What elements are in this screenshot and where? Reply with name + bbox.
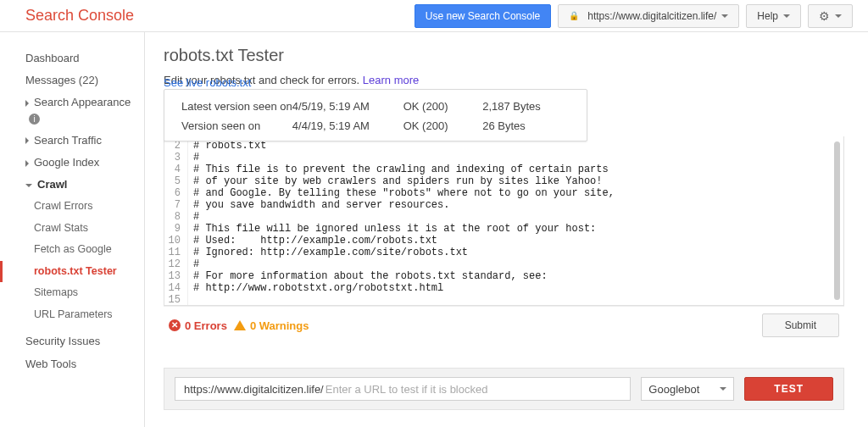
code-line[interactable]: 13# For more information about the robot… bbox=[164, 270, 843, 282]
test-button[interactable]: TEST bbox=[744, 377, 833, 401]
sidebar-item-web-tools[interactable]: Web Tools bbox=[0, 353, 144, 375]
line-text bbox=[188, 294, 193, 306]
line-number: 14 bbox=[164, 282, 188, 294]
sidebar-item-sitemaps[interactable]: Sitemaps bbox=[0, 282, 144, 304]
site-dropdown-label: https://www.digitalcitizen.life/ bbox=[587, 10, 716, 22]
sidebar-item-crawl-errors[interactable]: Crawl Errors bbox=[0, 196, 144, 218]
code-line[interactable]: 7# you save bandwidth and server resourc… bbox=[164, 199, 843, 211]
line-text: # This file is to prevent the crawling a… bbox=[188, 164, 609, 175]
gear-icon: ⚙ bbox=[819, 9, 830, 23]
sidebar-item-search-traffic[interactable]: Search Traffic bbox=[0, 130, 144, 152]
sidebar-item-robots-tester[interactable]: robots.txt Tester bbox=[0, 261, 144, 283]
version-label: Latest version seen on bbox=[181, 100, 292, 113]
bot-select[interactable]: Googlebot bbox=[641, 377, 734, 401]
line-text: # bbox=[188, 258, 199, 270]
line-number: 11 bbox=[164, 247, 188, 258]
line-text: # This file will be ignored unless it is… bbox=[188, 223, 596, 235]
caret-right-icon bbox=[25, 160, 29, 167]
sidebar-item-fetch-as-google[interactable]: Fetch as Google bbox=[0, 239, 144, 261]
line-text: # bbox=[188, 211, 199, 223]
sidebar: Dashboard Messages (22) Search Appearanc… bbox=[0, 32, 144, 427]
line-number: 15 bbox=[164, 294, 188, 306]
caret-right-icon bbox=[25, 137, 29, 144]
version-size: 2,187 Bytes bbox=[482, 100, 570, 113]
caret-right-icon bbox=[25, 100, 29, 107]
scrollbar-thumb[interactable] bbox=[834, 141, 840, 300]
sidebar-item-security-issues[interactable]: Security Issues bbox=[0, 330, 144, 352]
line-number: 7 bbox=[164, 199, 188, 211]
warning-icon bbox=[234, 320, 246, 330]
version-timestamp: 4/4/19, 5:19 AM bbox=[292, 119, 403, 132]
code-line[interactable]: 3# bbox=[164, 152, 843, 164]
sidebar-item-crawl-stats[interactable]: Crawl Stats bbox=[0, 218, 144, 240]
line-text: # Used: http://example.com/robots.txt bbox=[188, 235, 437, 247]
line-text: # Ignored: http://example.com/site/robot… bbox=[188, 247, 468, 258]
line-number: 12 bbox=[164, 258, 188, 270]
line-number: 2 bbox=[164, 140, 188, 152]
line-number: 3 bbox=[164, 152, 188, 164]
chevron-down-icon bbox=[835, 14, 842, 18]
sidebar-item-search-appearance[interactable]: Search Appearance i bbox=[0, 92, 144, 129]
version-status: OK (200) bbox=[403, 100, 482, 113]
code-line[interactable]: 11# Ignored: http://example.com/site/rob… bbox=[164, 247, 843, 258]
line-number: 13 bbox=[164, 270, 188, 282]
page-title: robots.txt Tester bbox=[164, 46, 844, 65]
code-line[interactable]: 14# http://www.robotstxt.org/robotstxt.h… bbox=[164, 282, 843, 294]
url-field[interactable]: https://www.digitalcitizen.life/ bbox=[175, 377, 631, 401]
code-line[interactable]: 6# and Google. By telling these "robots"… bbox=[164, 187, 843, 199]
line-number: 5 bbox=[164, 175, 188, 187]
version-row: Latest version seen on 4/5/19, 5:19 AM O… bbox=[181, 97, 570, 116]
code-line[interactable]: 5# of your site by web crawlers and spid… bbox=[164, 175, 843, 187]
code-line[interactable]: 12# bbox=[164, 258, 843, 270]
settings-dropdown[interactable]: ⚙ bbox=[808, 4, 853, 28]
lock-icon: 🔒 bbox=[569, 11, 579, 20]
sidebar-item-dashboard[interactable]: Dashboard bbox=[0, 47, 144, 69]
line-text: # robots.txt bbox=[188, 140, 266, 152]
chevron-down-icon bbox=[783, 14, 790, 18]
brand-title: Search Console bbox=[25, 7, 134, 25]
sidebar-item-messages[interactable]: Messages (22) bbox=[0, 69, 144, 92]
sidebar-item-url-parameters[interactable]: URL Parameters bbox=[0, 304, 144, 326]
use-new-console-button[interactable]: Use new Search Console bbox=[415, 4, 551, 28]
code-line[interactable]: 8# bbox=[164, 211, 843, 223]
version-label: Version seen on bbox=[181, 119, 292, 132]
test-bar: https://www.digitalcitizen.life/ Googleb… bbox=[164, 368, 844, 410]
version-size: 26 Bytes bbox=[482, 119, 570, 132]
line-number: 9 bbox=[164, 223, 188, 235]
site-dropdown[interactable]: 🔒 https://www.digitalcitizen.life/ bbox=[558, 4, 739, 28]
version-status: OK (200) bbox=[403, 119, 482, 132]
submit-button[interactable]: Submit bbox=[762, 313, 839, 337]
main-content: robots.txt Tester Edit your robots.txt a… bbox=[144, 32, 868, 427]
version-history-card: Latest version seen on 4/5/19, 5:19 AM O… bbox=[164, 89, 587, 141]
chevron-down-icon bbox=[721, 14, 728, 18]
code-line[interactable]: 4# This file is to prevent the crawling … bbox=[164, 164, 843, 175]
bot-select-label: Googlebot bbox=[648, 383, 699, 396]
line-number: 6 bbox=[164, 187, 188, 199]
version-timestamp: 4/5/19, 5:19 AM bbox=[292, 100, 403, 113]
line-text: # bbox=[188, 152, 199, 164]
errors-badge: ✕ 0 Errors bbox=[169, 319, 227, 332]
code-line[interactable]: 2# robots.txt bbox=[164, 140, 843, 152]
caret-down-icon bbox=[25, 184, 32, 187]
line-text: # of your site by web crawlers and spide… bbox=[188, 175, 602, 187]
line-number: 4 bbox=[164, 164, 188, 175]
info-icon: i bbox=[29, 114, 40, 125]
warnings-badge: 0 Warnings bbox=[234, 319, 309, 332]
line-text: # For more information about the robots.… bbox=[188, 270, 548, 282]
sidebar-item-crawl[interactable]: Crawl bbox=[0, 174, 144, 196]
validation-status: ✕ 0 Errors 0 Warnings Submit bbox=[164, 306, 844, 349]
topbar: Search Console Use new Search Console 🔒 … bbox=[0, 0, 868, 32]
sidebar-item-google-index[interactable]: Google Index bbox=[0, 152, 144, 174]
error-icon: ✕ bbox=[169, 319, 181, 331]
url-input[interactable] bbox=[326, 378, 631, 400]
chevron-down-icon bbox=[720, 387, 726, 391]
code-line[interactable]: 9# This file will be ignored unless it i… bbox=[164, 223, 843, 235]
robots-editor[interactable]: 2# robots.txt3#4# This file is to preven… bbox=[164, 136, 844, 306]
see-live-robots-link[interactable]: See live robots.txt bbox=[164, 76, 844, 89]
code-line[interactable]: 15 bbox=[164, 294, 843, 306]
help-dropdown[interactable]: Help bbox=[746, 4, 801, 28]
line-text: # http://www.robotstxt.org/robotstxt.htm… bbox=[188, 282, 443, 294]
code-line[interactable]: 10# Used: http://example.com/robots.txt bbox=[164, 235, 843, 247]
line-text: # and Google. By telling these "robots" … bbox=[188, 187, 615, 199]
line-number: 10 bbox=[164, 235, 188, 247]
